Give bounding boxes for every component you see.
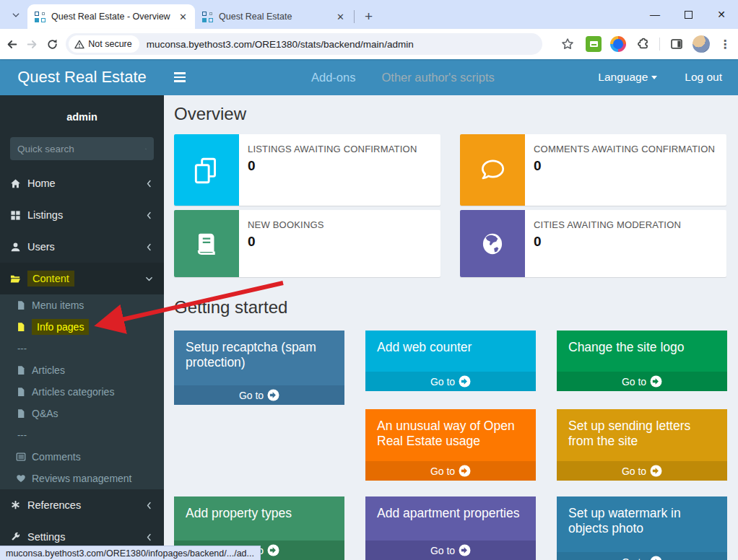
copy-icon	[191, 155, 222, 185]
browser-menu-button[interactable]: ⋮	[715, 38, 738, 51]
sidebar-item-info-pages[interactable]: Info pages	[0, 316, 164, 338]
getting-started-tile[interactable]: Add web counterGo to	[365, 331, 536, 391]
tab-close-icon[interactable]: ✕	[177, 11, 189, 23]
tile-title: Change the site logo	[557, 331, 727, 372]
sidebar-item-label: Q&As	[32, 408, 58, 419]
side-panel-button[interactable]	[666, 33, 687, 55]
tile-goto-button[interactable]: Go to	[365, 541, 536, 560]
extension-circle-button[interactable]	[607, 33, 629, 55]
reload-button[interactable]	[45, 33, 61, 55]
profile-button[interactable]	[690, 33, 712, 55]
forward-icon	[26, 38, 38, 51]
chev-left	[144, 501, 154, 510]
language-menu[interactable]: Language	[598, 71, 657, 84]
address-bar[interactable]: Not secure muconsa.byethost3.com/ORE1380…	[66, 33, 542, 55]
window-minimize-button[interactable]: —	[638, 0, 672, 29]
user-icon	[10, 242, 21, 253]
getting-started-tile[interactable]: An unusual way of Open Real Estate usage…	[365, 409, 536, 481]
sidebar-username: admin	[0, 95, 164, 136]
tile-goto-button[interactable]: Go to	[365, 372, 536, 391]
back-button[interactable]	[4, 33, 20, 55]
arrow-circle-right-icon	[650, 556, 662, 560]
stat-card-label: LISTINGS AWAITING CONFIRMATION	[248, 144, 417, 154]
file-icon	[16, 300, 26, 310]
tab-title: Quest Real Estate	[219, 12, 334, 22]
tile-title: Add apartment properties	[365, 496, 536, 541]
sidebar-item-label: Users	[27, 241, 55, 253]
logout-link[interactable]: Log out	[685, 71, 722, 84]
sidebar-item-articles[interactable]: Articles	[0, 359, 164, 381]
tile-goto-button[interactable]: Go to	[557, 372, 727, 391]
sidebar-item-reviews-management[interactable]: Reviews management	[0, 468, 164, 489]
getting-started-tile[interactable]: Change the site logoGo to	[557, 331, 727, 391]
goto-label: Go to	[239, 390, 264, 401]
getting-started-tile[interactable]: Add apartment propertiesGo to	[365, 496, 536, 560]
extension-green-button[interactable]	[583, 33, 604, 55]
tile-goto-button[interactable]: Go to	[365, 461, 536, 481]
avatar	[693, 35, 710, 53]
chev-down	[144, 274, 154, 284]
sidebar-item-home[interactable]: Home	[0, 167, 164, 199]
new-tab-button[interactable]: +	[359, 9, 378, 25]
topnav-link-addons[interactable]: Add-ons	[311, 71, 355, 84]
getting-started-tile[interactable]: Setup recaptcha (spam protection)Go to	[174, 331, 344, 405]
tile-title: Add web counter	[365, 331, 536, 372]
folder-open-icon	[10, 274, 21, 284]
security-chip[interactable]: Not secure	[69, 35, 139, 53]
stat-card: NEW BOOKINGS0	[174, 210, 440, 277]
getting-started-tile[interactable]: Set up watermark in objects photoGo to	[557, 496, 727, 560]
toolbar-separator	[659, 38, 660, 51]
topnav-link-other-scripts[interactable]: Other author's scripts	[381, 71, 494, 84]
chevron-down-icon	[144, 274, 154, 284]
forward-button[interactable]	[25, 33, 40, 55]
browser-tab-2[interactable]: Quest Real Estate✕	[195, 4, 352, 29]
security-label: Not secure	[88, 39, 131, 49]
list-icon	[16, 452, 26, 462]
chev-left	[144, 533, 154, 542]
sidebar-item-comments[interactable]: Comments	[0, 446, 164, 468]
goto-label: Go to	[430, 545, 455, 556]
heart-icon	[16, 473, 26, 484]
arrow-circle-right-icon	[650, 465, 662, 477]
tile-title: Setup recaptcha (spam protection)	[174, 331, 344, 385]
window-controls: — ✕	[638, 0, 738, 29]
caret-down-icon	[651, 76, 657, 79]
getting-started-tile[interactable]: Set up sending letters from the siteGo t…	[557, 409, 727, 481]
goto-label: Go to	[622, 465, 646, 477]
browser-toolbar: Not secure muconsa.byethost3.com/ORE1380…	[0, 29, 738, 59]
sidebar-separator: ---	[0, 424, 164, 446]
goto-label: Go to	[430, 465, 455, 477]
sidebar-item-references[interactable]: References	[0, 489, 164, 521]
chevron-down-icon	[12, 11, 20, 19]
arrow-circle-right-icon	[459, 544, 471, 556]
sidebar-item-listings[interactable]: Listings	[0, 199, 164, 231]
stat-card-value: 0	[534, 234, 681, 250]
extensions-menu-button[interactable]	[632, 33, 654, 55]
sidebar-item-users[interactable]: Users	[0, 231, 164, 263]
search-input[interactable]	[17, 144, 145, 154]
sidebar-item-label: Content	[27, 271, 74, 286]
grid-icon	[10, 210, 21, 221]
tile-goto-button[interactable]: Go to	[557, 461, 727, 481]
sidebar-toggle-button[interactable]	[164, 59, 196, 95]
bookmark-button[interactable]	[560, 33, 576, 55]
tab-search-button[interactable]	[6, 5, 26, 25]
sidebar-item-label: Info pages	[32, 319, 89, 335]
sidebar-item-q-as[interactable]: Q&As	[0, 403, 164, 424]
stat-card-label: NEW BOOKINGS	[248, 219, 324, 230]
window-close-button[interactable]: ✕	[705, 0, 738, 29]
chev-left	[144, 242, 154, 252]
browser-tab-1[interactable]: Quest Real Estate - Overview✕	[27, 4, 195, 29]
app-brand[interactable]: Quest Real Estate	[0, 59, 164, 95]
wrench-icon	[10, 532, 21, 543]
tile-goto-button[interactable]: Go to	[174, 385, 344, 405]
sidebar-item-menu-items[interactable]: Menu items	[0, 294, 164, 316]
window-maximize-button[interactable]	[672, 0, 705, 29]
sidebar-item-content[interactable]: Content	[0, 263, 164, 294]
sidebar-submenu: Menu itemsInfo pages---ArticlesArticles …	[0, 294, 164, 489]
sidebar-item-articles-categories[interactable]: Articles categories	[0, 381, 164, 403]
admin-app: Quest Real Estate Add-ons Other author's…	[0, 59, 738, 560]
chevron-left-icon	[144, 211, 154, 220]
tile-goto-button[interactable]: Go to	[557, 552, 727, 560]
tab-close-icon[interactable]: ✕	[334, 11, 347, 23]
